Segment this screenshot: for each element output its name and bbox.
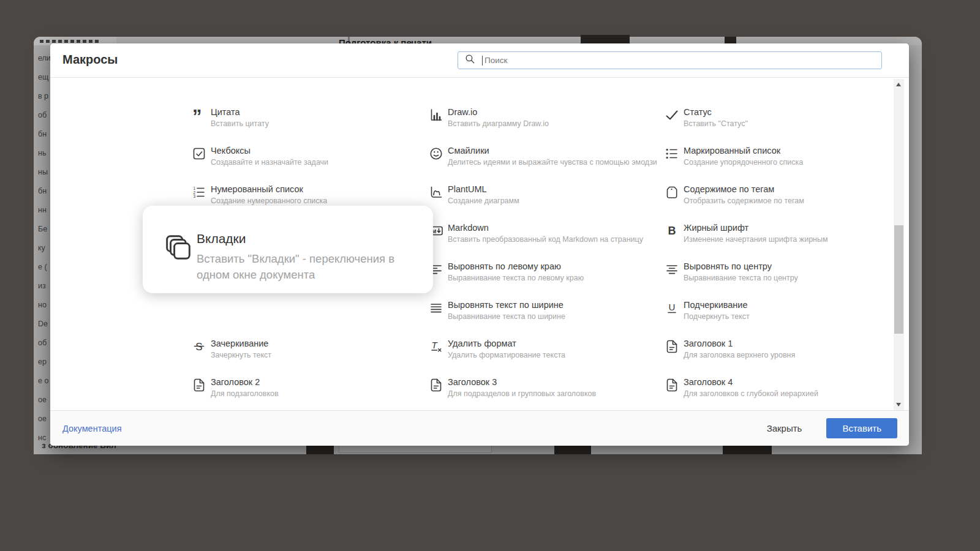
macro-item[interactable]: PlantUMLСоздание диаграмм [429,184,519,205]
background-text-fragment: ое [38,414,47,423]
macro-item[interactable]: BЖирный шрифтИзменение начертания шрифта… [665,223,828,244]
macro-item[interactable]: Заголовок 2Для подзаголовков [192,377,279,398]
macro-item[interactable]: Выровнять текст по ширинеВыравнивание те… [429,300,565,321]
macro-item-title: Статус [684,107,748,117]
smiley-icon [429,146,443,163]
macro-item[interactable]: Заголовок 4Для заголовков с глубокой иер… [665,377,818,398]
status-check-icon [665,108,679,125]
svg-text:3: 3 [194,194,196,198]
macro-item-description: Зачеркнуть текст [211,351,271,359]
macro-item[interactable]: Заголовок 3Для подразделов и групповых з… [429,377,596,398]
macro-item-description: Подчеркнуть текст [684,312,750,321]
background-text-fragment: Бе [38,225,47,233]
macro-item-description: Вставить "Статус" [684,119,748,128]
macro-item-description: Создание диаграмм [448,197,519,205]
macro-item-title: Заголовок 4 [684,377,818,387]
macro-item-title: Подчеркивание [684,300,750,310]
dialog-title: Макросы [62,53,118,67]
scroll-up-arrow-icon[interactable] [896,83,901,86]
macro-item[interactable]: Выровнять по левому краюВыравнивание тек… [429,261,584,282]
background-text-fragment: об [38,111,47,119]
macro-item-description: Для подразделов и групповых заголовков [448,389,596,398]
dialog-footer: Документация Закрыть Вставить [50,410,909,446]
search-input[interactable]: Поиск [458,51,882,69]
macro-item[interactable]: СтатусВставить "Статус" [665,107,748,128]
macro-item-title: Содержимое по тегам [684,184,804,194]
background-text-fragment: ны [38,168,48,176]
heading-doc-icon [429,378,443,395]
svg-text:”: ” [192,108,202,122]
macro-item-description: Выравнивание текста по ширине [448,312,565,321]
macro-item[interactable]: Draw.ioВставить диаграмму Draw.io [429,107,549,128]
scrollbar[interactable] [894,79,904,410]
macro-item-description: Выравнивание текста по левому краю [448,274,584,282]
background-text-fragment: бн [38,130,47,138]
macro-item[interactable]: Содержимое по тегамОтобразить содержимое… [665,184,804,205]
clear-format-icon: T [429,339,443,356]
macro-item-title: Выровнять по левому краю [448,261,584,271]
background-text-fragment: в р [38,92,48,100]
macro-item-description: Вставить преобразованный код Markdown на… [448,235,643,244]
background-text-fragment: но [38,301,47,309]
macro-item-title: Заголовок 3 [448,377,596,387]
background-text-fragment: ку [38,244,45,252]
macro-item-title: Смайлики [448,146,657,156]
macro-item-title: Цитата [211,107,269,117]
insert-button[interactable]: Вставить [826,418,897,438]
macro-item-title: Жирный шрифт [684,223,828,233]
macro-item-description: Для заголовков с глубокой иерархией [684,389,818,398]
close-button[interactable]: Закрыть [763,422,806,434]
macro-item-title: Удалить формат [448,339,565,348]
underline-icon: U [665,301,679,318]
svg-text:U: U [669,302,676,312]
macro-item-title: Зачеркивание [211,339,271,348]
bullet-list-icon [665,146,679,163]
tooltip-description: Вставить "Вкладки" - переключения в одно… [197,251,399,283]
svg-text:T: T [432,340,439,350]
macro-item[interactable]: 123Нумерованный списокСоздание нумерован… [192,184,327,205]
macro-item-description: Создание упорядоченного списка [684,158,803,167]
macro-item[interactable]: СмайликиДелитесь идеями и выражайте чувс… [429,146,657,167]
scrollbar-thumb[interactable] [894,225,903,334]
macro-item-description: Создавайте и назначайте задачи [211,158,328,167]
background-text-fragment: е о [38,377,48,385]
macro-item-title: PlantUML [448,184,519,194]
macro-item-title: Заголовок 2 [211,377,279,387]
macro-item-title: Заголовок 1 [684,339,795,348]
macro-item[interactable]: MMarkdownВставить преобразованный код Ma… [429,223,643,244]
macro-item[interactable]: ЧекбоксыСоздавайте и назначайте задачи [192,146,328,167]
macro-item-title: Нумерованный список [211,184,327,194]
macro-item[interactable]: SЗачеркиваниеЗачеркнуть текст [192,339,271,359]
tooltip-title: Вкладки [197,231,246,246]
documentation-link[interactable]: Документация [62,424,121,433]
svg-text:B: B [668,225,676,237]
search-icon [464,53,476,65]
macro-item-description: Выравнивание текста по центру [684,274,798,282]
macro-item[interactable]: TУдалить форматУдалить форматирование те… [429,339,565,359]
macro-item-description: Изменение начертания шрифта жирным [684,235,828,244]
macro-item-title: Чекбоксы [211,146,328,156]
scroll-down-arrow-icon[interactable] [896,403,901,407]
search-placeholder: Поиск [484,56,507,65]
macro-item-description: Удалить форматирование текста [448,351,565,359]
quote-icon: ” [192,108,206,125]
background-tab-text-bar [40,40,101,43]
align-center-icon [665,262,679,279]
drawio-icon [429,108,443,125]
macro-item[interactable]: ”ЦитатаВставить цитату [192,107,269,128]
background-text-fragment: е ( [38,263,47,271]
macro-item[interactable]: Выровнять по центруВыравнивание текста п… [665,261,798,282]
macro-item[interactable]: Маркированный списокСоздание упорядоченн… [665,146,803,167]
macro-item[interactable]: UПодчеркиваниеПодчеркнуть текст [665,300,750,321]
background-text-fragment: ещ [38,73,48,81]
dialog-header: Макросы Поиск [50,43,909,78]
heading-doc-icon [665,378,679,395]
background-text-fragment: ое [38,395,47,404]
macro-item-description: Создание нумерованного списка [211,197,327,205]
macro-item[interactable]: Заголовок 1Для заголовка верхнего уровня [665,339,795,359]
numbered-list-icon: 123 [192,185,206,202]
background-text-fragment: нн [38,206,47,214]
macro-item-description: Вставить цитату [211,119,269,128]
tabs-icon [165,234,192,263]
tag-icon [665,185,679,202]
